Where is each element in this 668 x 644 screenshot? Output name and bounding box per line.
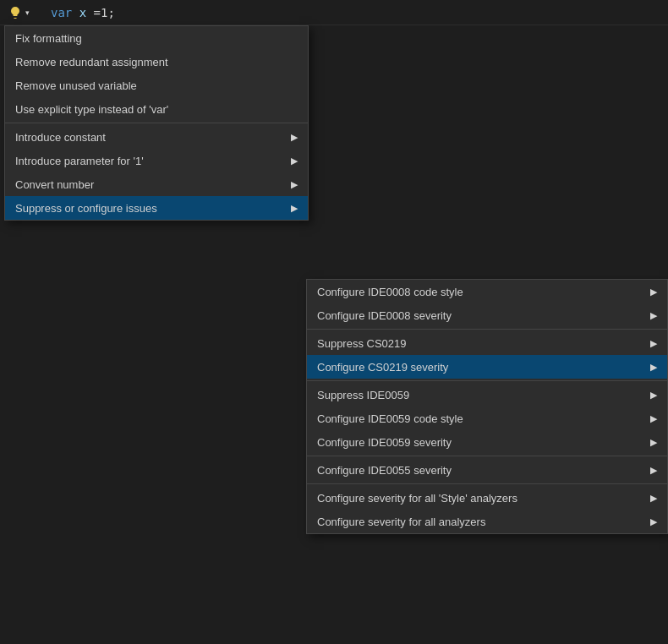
menu-item-fix-formatting[interactable]: Fix formatting	[5, 26, 308, 50]
menu-item-suppress-or-configure[interactable]: Suppress or configure issues ▶	[5, 196, 308, 220]
context-menu-left: Fix formatting Remove redundant assignme…	[4, 25, 309, 221]
configure-ide0059-code-style-arrow: ▶	[650, 413, 657, 424]
configure-severity-style-analyzers-arrow: ▶	[650, 493, 657, 504]
code-value: =1;	[94, 6, 115, 19]
suppress-cs0219-arrow: ▶	[650, 338, 657, 349]
submenu-separator-2	[307, 380, 667, 381]
submenu-item-configure-severity-style-analyzers-label: Configure severity for all 'Style' analy…	[317, 492, 517, 505]
submenu-item-configure-severity-style-analyzers[interactable]: Configure severity for all 'Style' analy…	[307, 486, 667, 510]
menu-item-introduce-constant[interactable]: Introduce constant ▶	[5, 125, 308, 149]
submenu-separator-1	[307, 329, 667, 330]
menu-item-use-explicit-type-label: Use explicit type instead of 'var'	[15, 103, 168, 116]
menu-separator-1	[5, 123, 308, 123]
suppress-ide0059-arrow: ▶	[650, 390, 657, 401]
menu-item-suppress-or-configure-label: Suppress or configure issues	[15, 202, 157, 215]
configure-severity-all-analyzers-arrow: ▶	[650, 516, 657, 527]
submenu-item-configure-ide0008-severity[interactable]: Configure IDE0008 severity ▶	[307, 303, 667, 327]
menu-item-fix-formatting-label: Fix formatting	[15, 32, 82, 45]
submenu-item-configure-cs0219-severity[interactable]: Configure CS0219 severity ▶	[307, 355, 667, 379]
submenu-item-configure-ide0059-code-style-label: Configure IDE0059 code style	[317, 412, 463, 425]
submenu-item-configure-ide0008-severity-label: Configure IDE0008 severity	[317, 309, 452, 322]
submenu-item-configure-ide0059-severity-label: Configure IDE0059 severity	[317, 436, 452, 449]
menu-item-convert-number[interactable]: Convert number ▶	[5, 172, 308, 196]
submenu-item-configure-severity-all-analyzers-label: Configure severity for all analyzers	[317, 516, 485, 528]
lightbulb-dropdown-arrow[interactable]: ▾	[25, 8, 30, 17]
editor-code-line: var x =1;	[51, 0, 115, 25]
menu-item-convert-number-label: Convert number	[15, 178, 94, 191]
submenu-item-configure-ide0055-severity-label: Configure IDE0055 severity	[317, 464, 452, 477]
lightbulb-icon[interactable]	[7, 4, 24, 21]
suppress-or-configure-arrow: ▶	[291, 203, 298, 214]
submenu-item-configure-ide0059-severity[interactable]: Configure IDE0059 severity ▶	[307, 430, 667, 454]
submenu-separator-3	[307, 456, 667, 456]
submenu-item-configure-ide0008-code-style-label: Configure IDE0008 code style	[317, 286, 463, 298]
convert-number-arrow: ▶	[291, 179, 298, 190]
configure-ide0055-severity-arrow: ▶	[650, 465, 657, 476]
editor-top-bar: ▾ var x =1;	[0, 0, 668, 25]
menu-item-remove-unused-variable-label: Remove unused variable	[15, 79, 137, 92]
menu-item-remove-redundant-assignment[interactable]: Remove redundant assignment	[5, 50, 308, 74]
submenu-item-configure-severity-all-analyzers[interactable]: Configure severity for all analyzers ▶	[307, 510, 667, 533]
code-keyword: var	[51, 6, 72, 19]
introduce-parameter-arrow: ▶	[291, 156, 298, 166]
submenu-item-configure-cs0219-severity-label: Configure CS0219 severity	[317, 361, 448, 374]
submenu-item-configure-ide0055-severity[interactable]: Configure IDE0055 severity ▶	[307, 458, 667, 482]
introduce-constant-arrow: ▶	[291, 132, 298, 143]
configure-ide0059-severity-arrow: ▶	[650, 437, 657, 448]
configure-ide0008-severity-arrow: ▶	[650, 310, 657, 321]
submenu-item-suppress-ide0059-label: Suppress IDE0059	[317, 389, 409, 401]
submenu-item-configure-ide0008-code-style[interactable]: Configure IDE0008 code style ▶	[307, 280, 667, 303]
context-menu-right: Configure IDE0008 code style ▶ Configure…	[306, 279, 668, 534]
menu-item-use-explicit-type[interactable]: Use explicit type instead of 'var'	[5, 97, 308, 121]
submenu-item-suppress-cs0219-label: Suppress CS0219	[317, 337, 407, 350]
configure-ide0008-code-style-arrow: ▶	[650, 287, 657, 297]
configure-cs0219-severity-arrow: ▶	[650, 362, 657, 373]
lightbulb-svg	[8, 6, 22, 19]
menu-item-introduce-parameter-label: Introduce parameter for '1'	[15, 155, 144, 167]
menu-item-introduce-constant-label: Introduce constant	[15, 131, 106, 144]
submenu-separator-4	[307, 483, 667, 484]
submenu-item-suppress-cs0219[interactable]: Suppress CS0219 ▶	[307, 331, 667, 355]
menu-item-remove-unused-variable[interactable]: Remove unused variable	[5, 74, 308, 97]
submenu-item-configure-ide0059-code-style[interactable]: Configure IDE0059 code style ▶	[307, 407, 667, 430]
menu-item-introduce-parameter[interactable]: Introduce parameter for '1' ▶	[5, 149, 308, 172]
menu-item-remove-redundant-assignment-label: Remove redundant assignment	[15, 56, 168, 68]
submenu-item-suppress-ide0059[interactable]: Suppress IDE0059 ▶	[307, 383, 667, 407]
code-varname: x	[79, 6, 86, 19]
